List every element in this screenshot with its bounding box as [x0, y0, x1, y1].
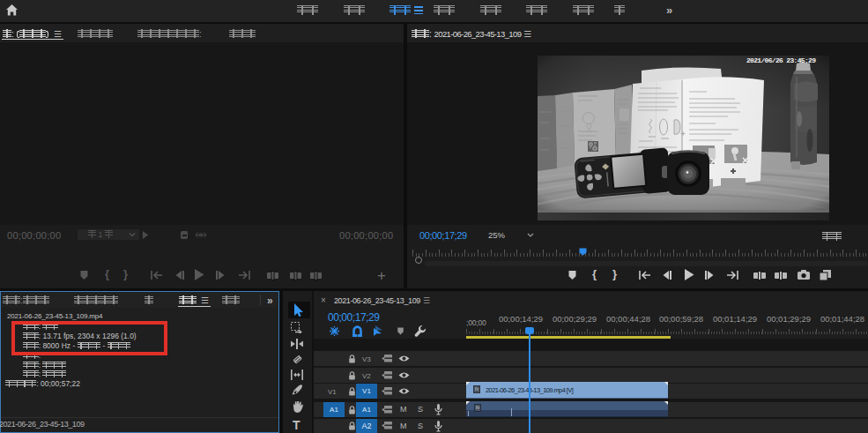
svg-text:2021/06/26 23:45:29: 2021/06/26 23:45:29 [746, 56, 816, 64]
